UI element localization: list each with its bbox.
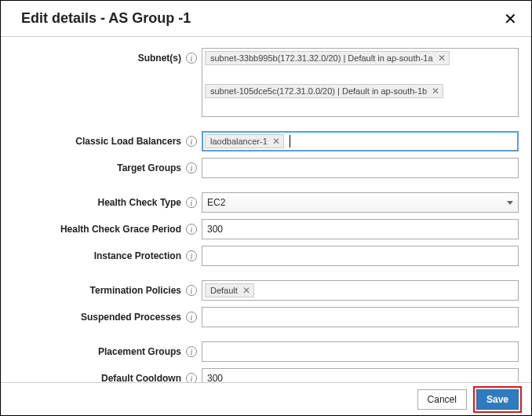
edit-details-modal: Edit details - AS Group -1 ✕ Subnet(s) i… [0,0,532,416]
label-classic-lb: Classic Load Balancers [75,136,181,147]
lb-tag: laodbalancer-1 ✕ [205,134,284,148]
label-instance-protection: Instance Protection [94,250,181,261]
row-instance-protection: Instance Protection i [13,246,519,266]
modal-footer: Cancel Save [1,382,531,415]
info-icon[interactable]: i [186,224,197,235]
label-health-check-type: Health Check Type [98,197,181,208]
label-health-check-grace: Health Check Grace Period [60,224,181,235]
modal-header: Edit details - AS Group -1 ✕ [1,1,531,37]
health-check-type-select[interactable]: EC2 [202,192,519,213]
row-termination-policies: Termination Policies i Default ✕ [13,280,519,301]
cancel-button[interactable]: Cancel [417,389,467,410]
row-target-groups: Target Groups i [13,158,519,178]
save-button[interactable]: Save [476,389,519,410]
label-default-cooldown: Default Cooldown [101,373,181,382]
default-cooldown-input[interactable] [202,368,519,382]
info-icon[interactable]: i [186,285,197,296]
close-icon[interactable]: ✕ [504,11,517,27]
remove-icon[interactable]: ✕ [432,86,439,96]
row-classic-lb: Classic Load Balancers i laodbalancer-1 … [13,131,519,151]
subnets-input[interactable]: subnet-33bb995b(172.31.32.0/20) | Defaul… [202,48,519,117]
info-icon[interactable]: i [186,162,197,173]
placement-groups-input[interactable] [202,341,519,362]
row-subnets: Subnet(s) i subnet-33bb995b(172.31.32.0/… [13,48,519,117]
tag-label: Default [210,286,238,295]
subnet-tag: subnet-105dce5c(172.31.0.0/20) | Default… [205,84,443,98]
info-icon[interactable]: i [186,346,197,357]
row-health-check-grace: Health Check Grace Period i [13,219,519,239]
termination-policies-input[interactable]: Default ✕ [202,280,519,301]
info-icon[interactable]: i [186,197,197,208]
info-icon[interactable]: i [186,136,197,147]
label-termination-policies: Termination Policies [90,285,181,296]
classic-lb-input[interactable]: laodbalancer-1 ✕ [202,131,519,151]
instance-protection-input[interactable] [202,246,519,266]
suspended-processes-input[interactable] [202,307,519,327]
info-icon[interactable]: i [186,312,197,323]
save-highlight: Save [473,386,522,413]
remove-icon[interactable]: ✕ [242,286,250,295]
info-icon[interactable]: i [186,53,197,64]
tag-label: subnet-33bb995b(172.31.32.0/20) | Defaul… [210,53,433,63]
info-icon[interactable]: i [186,250,197,261]
policy-tag: Default ✕ [205,283,254,297]
label-placement-groups: Placement Groups [98,346,181,357]
label-target-groups: Target Groups [117,162,181,173]
row-health-check-type: Health Check Type i EC2 [13,192,519,213]
modal-body[interactable]: Subnet(s) i subnet-33bb995b(172.31.32.0/… [1,37,531,382]
remove-icon[interactable]: ✕ [272,137,280,146]
select-value: EC2 [207,197,225,208]
tag-label: subnet-105dce5c(172.31.0.0/20) | Default… [210,86,427,96]
label-suspended-processes: Suspended Processes [81,312,181,323]
info-icon[interactable]: i [186,373,197,382]
row-suspended-processes: Suspended Processes i [13,307,519,327]
health-check-grace-input[interactable] [202,219,519,239]
remove-icon[interactable]: ✕ [438,53,446,63]
row-default-cooldown: Default Cooldown i [13,368,519,382]
tag-label: laodbalancer-1 [210,137,268,146]
subnet-tag: subnet-33bb995b(172.31.32.0/20) | Defaul… [205,51,450,65]
text-cursor [290,135,290,148]
chevron-down-icon [507,201,513,205]
label-subnets: Subnet(s) [138,53,181,64]
modal-title: Edit details - AS Group -1 [21,10,191,27]
target-groups-input[interactable] [202,158,519,178]
row-placement-groups: Placement Groups i [13,341,519,362]
